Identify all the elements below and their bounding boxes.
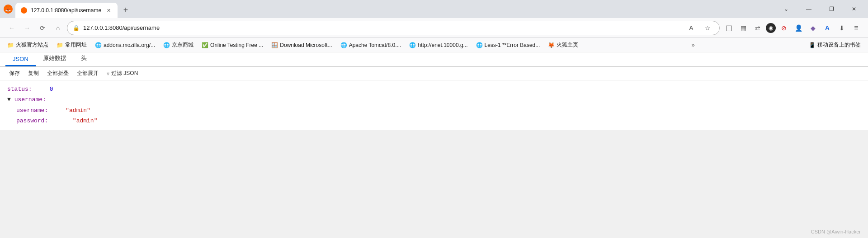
- bookmarks-bar: 📁 火狐官方站点 📁 常用网址 🌐 addons.mozilla.org/...…: [0, 38, 868, 52]
- json-password-row: password: "admin": [16, 116, 861, 126]
- bookmark-label: 火狐主页: [557, 41, 578, 49]
- bookmark-fox-icon: 🦊: [548, 42, 555, 48]
- active-tab[interactable]: 127.0.0.1:8080/api/username ✕: [15, 3, 118, 18]
- save-button[interactable]: 保存: [5, 68, 24, 79]
- bookmark-common[interactable]: 📁 常用网址: [53, 40, 90, 50]
- dropdown-arrow-button[interactable]: ⌄: [776, 2, 797, 16]
- forward-button[interactable]: →: [21, 22, 33, 34]
- tab-title-text: 127.0.0.1:8080/api/username: [31, 7, 101, 14]
- json-username-inner-row: username: "admin": [16, 105, 861, 116]
- menu-icon[interactable]: ≡: [850, 22, 863, 34]
- tab-json[interactable]: JSON: [5, 53, 36, 66]
- pocket-icon[interactable]: ◆: [807, 22, 819, 34]
- bookmark-label: 火狐官方站点: [16, 41, 48, 49]
- bookmark-label: 常用网址: [65, 41, 87, 49]
- bookmark-label: Download Microsoft...: [280, 42, 332, 48]
- json-status-row: status: 0: [7, 84, 861, 94]
- bookmark-firefox-home[interactable]: 🦊 火狐主页: [544, 40, 582, 50]
- bookmark-less1[interactable]: 🌐 Less-1 **Error Based...: [472, 41, 544, 50]
- json-content-area: status: 0 ▼ username: username: "admin" …: [0, 80, 868, 130]
- navbar: ← → ⟳ ⌂ 🔒 A ☆ ◫ ▦ ⇄ ◉ ⊘ 👤 ◆ A ⬇ ≡: [0, 18, 868, 38]
- titlebar: 🦊 127.0.0.1:8080/api/username ✕ + ⌄ — ❐ …: [0, 0, 868, 18]
- star-icon[interactable]: ☆: [701, 22, 714, 34]
- bookmark-globe-icon: 🌐: [409, 42, 416, 48]
- address-input[interactable]: [83, 24, 681, 31]
- bookmark-tomcat[interactable]: 🌐 Apache Tomcat/8.0....: [337, 41, 405, 50]
- bookmark-addons[interactable]: 🌐 addons.mozilla.org/...: [91, 41, 159, 50]
- expand-all-button[interactable]: 全部展开: [73, 68, 102, 79]
- content-tabs: JSON 原始数据 头: [0, 52, 868, 67]
- mobile-device-icon: 📱: [809, 42, 816, 48]
- filter-icon: ▿: [107, 70, 109, 77]
- bookmark-online-testing[interactable]: ✅ Online Testing Free ...: [198, 41, 267, 50]
- collapse-arrow-icon[interactable]: ▼: [7, 96, 11, 103]
- translate2-icon[interactable]: A: [821, 22, 834, 34]
- bookmark-label: Online Testing Free ...: [210, 42, 263, 48]
- tab-favicon: [21, 7, 27, 14]
- watermark-text: CSDN @Aiwin-Hacker: [811, 229, 861, 234]
- bookmark-label: http://enet.10000.g...: [418, 42, 467, 48]
- json-password-value: "admin": [73, 117, 98, 124]
- back-button[interactable]: ←: [5, 22, 18, 34]
- bookmark-folder-icon: 📁: [7, 42, 14, 48]
- bookmark-check-icon: ✅: [202, 42, 208, 48]
- bookmark-label: Less-1 **Error Based...: [485, 42, 540, 48]
- bookmark-folder-icon: 📁: [57, 42, 63, 48]
- bookmark-jd[interactable]: 🌐 京东商城: [160, 40, 197, 50]
- toolbar-right: ◫ ▦ ⇄ ◉ ⊘ 👤 ◆ A ⬇ ≡: [722, 22, 863, 34]
- json-password-key: password:: [16, 117, 48, 124]
- tab-bar: 127.0.0.1:8080/api/username ✕ +: [15, 0, 773, 18]
- extensions-icon[interactable]: ◫: [722, 22, 735, 34]
- container-icon[interactable]: ◉: [766, 23, 776, 33]
- restore-button[interactable]: ❐: [821, 2, 842, 16]
- collapse-all-button[interactable]: 全部折叠: [43, 68, 72, 79]
- tab-headers[interactable]: 头: [74, 51, 94, 66]
- minimize-button[interactable]: —: [798, 2, 819, 16]
- json-status-key: status:: [7, 86, 32, 93]
- bookmark-overflow-button[interactable]: »: [688, 40, 698, 51]
- window-controls: ⌄ — ❐ ✕: [776, 2, 864, 16]
- tab-overview-icon[interactable]: ▦: [737, 22, 750, 34]
- bookmark-ms-icon: 🪟: [271, 42, 278, 48]
- page-security-icon: 🔒: [73, 25, 80, 31]
- bookmark-huhu[interactable]: 📁 火狐官方站点: [4, 40, 52, 50]
- address-bar-container[interactable]: 🔒 A ☆: [67, 21, 720, 35]
- bookmark-enet[interactable]: 🌐 http://enet.10000.g...: [406, 41, 471, 50]
- json-username-inner-value: "admin": [66, 107, 90, 114]
- copy-button[interactable]: 复制: [24, 68, 42, 79]
- new-tab-button[interactable]: +: [119, 4, 132, 16]
- json-username-outer-key: username:: [14, 96, 46, 103]
- bookmark-globe-icon: 🌐: [163, 42, 170, 48]
- watermark: CSDN @Aiwin-Hacker: [811, 229, 861, 234]
- bookmark-label: 京东商城: [172, 41, 193, 49]
- settings-sync-icon[interactable]: ⇄: [751, 22, 764, 34]
- bookmark-globe-icon: 🌐: [476, 42, 483, 48]
- json-username-outer-row: ▼ username:: [7, 94, 861, 105]
- json-toolbar: 保存 复制 全部折叠 全部展开 ▿ 过滤 JSON: [0, 67, 868, 80]
- json-username-inner-key: username:: [16, 107, 48, 114]
- filter-json-button[interactable]: ▿ 过滤 JSON: [103, 68, 142, 79]
- bookmark-globe-icon: 🌐: [340, 42, 347, 48]
- translate-icon[interactable]: A: [685, 22, 698, 34]
- bookmark-label: addons.mozilla.org/...: [104, 42, 155, 48]
- blocked-icon[interactable]: ⊘: [778, 22, 790, 34]
- account-icon[interactable]: 👤: [792, 22, 805, 34]
- browser-favicon: 🦊: [4, 5, 13, 14]
- tab-raw-data[interactable]: 原始数据: [36, 51, 74, 66]
- tab-close-button[interactable]: ✕: [105, 7, 112, 14]
- bookmark-microsoft[interactable]: 🪟 Download Microsoft...: [268, 41, 335, 50]
- bookmark-globe-icon: 🌐: [95, 42, 102, 48]
- bookmark-mobile[interactable]: 📱 移动设备上的书签: [805, 40, 864, 50]
- mobile-bookmark-label: 移动设备上的书签: [817, 41, 861, 49]
- json-status-value: 0: [50, 86, 53, 93]
- home-button[interactable]: ⌂: [52, 22, 64, 34]
- filter-label: 过滤 JSON: [111, 70, 138, 77]
- download-icon[interactable]: ⬇: [835, 22, 848, 34]
- close-button[interactable]: ✕: [844, 2, 864, 16]
- bookmark-label: Apache Tomcat/8.0....: [349, 42, 401, 48]
- reload-button[interactable]: ⟳: [36, 22, 49, 34]
